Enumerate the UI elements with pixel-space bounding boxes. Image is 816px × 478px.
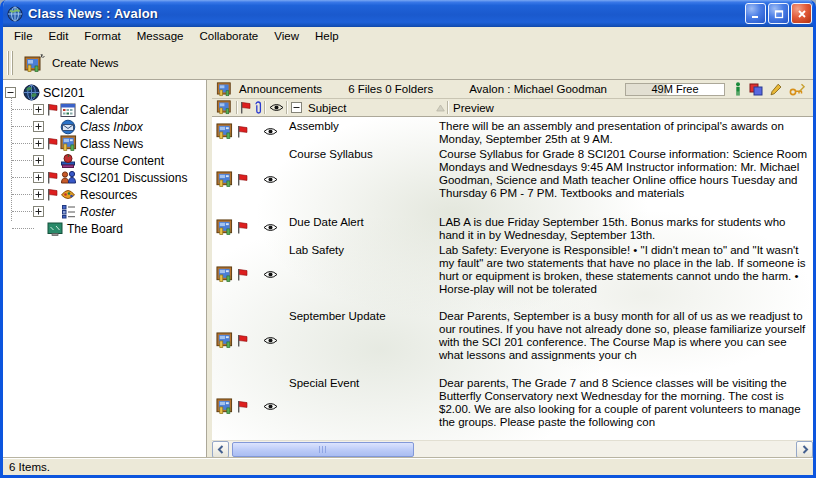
expand-expander-icon[interactable]: [33, 189, 44, 200]
tree-item-sci201[interactable]: SCI201: [3, 84, 206, 101]
layers-icon[interactable]: [749, 83, 763, 96]
message-preview: Dear parents, The Grade 7 and 8 Science …: [439, 374, 813, 438]
create-news-button[interactable]: Create News: [17, 49, 127, 77]
tree-item-label: SCI201 Discussions: [80, 171, 187, 185]
tree-item-the-board[interactable]: The Board: [3, 220, 206, 237]
resources-icon: [59, 187, 77, 202]
tree-item-label: Resources: [80, 188, 137, 202]
discussions-icon: [59, 170, 77, 186]
viewed-eye-icon: [263, 175, 278, 184]
books-icon: [59, 153, 77, 169]
flag-column-icon[interactable]: [238, 99, 251, 116]
message-subject: Due Date Alert: [289, 213, 439, 241]
window-title: Class News : Avalon: [28, 6, 745, 21]
item-type-column-icon[interactable]: [212, 99, 236, 116]
expand-expander-icon[interactable]: [33, 155, 44, 166]
message-row-lab-safety[interactable]: Lab SafetyLab Safety: Everyone is Respon…: [212, 241, 813, 307]
close-button[interactable]: [791, 3, 812, 24]
menu-bar: FileEditFormatMessageCollaborateViewHelp: [3, 27, 813, 46]
globe-icon: [22, 84, 40, 101]
column-header-row: Subject Preview: [212, 99, 813, 117]
attachment-column-icon[interactable]: [251, 99, 264, 116]
key-pencil-icon[interactable]: [789, 83, 806, 96]
message-preview: LAB A is due Friday September 15th. Bonu…: [439, 213, 813, 241]
expand-expander-icon[interactable]: [33, 138, 44, 149]
preview-column-header[interactable]: Preview: [449, 99, 813, 116]
tree-item-label: The Board: [67, 222, 123, 236]
tree-item-sci201-discussions[interactable]: SCI201 Discussions: [3, 169, 206, 186]
message-subject: Course Syllabus: [289, 145, 439, 213]
tree-item-label: Course Content: [80, 154, 164, 168]
create-news-label: Create News: [52, 57, 118, 69]
message-row-assembly[interactable]: AssemblyThere will be an assembly and pr…: [212, 117, 813, 145]
message-list: AssemblyThere will be an assembly and pr…: [212, 117, 813, 440]
unread-flag-icon: [46, 137, 58, 150]
pencil-icon[interactable]: [770, 83, 782, 96]
message-preview: There will be an assembly and presentati…: [439, 117, 813, 145]
subject-column-header[interactable]: Subject: [304, 99, 447, 116]
message-subject: Special Event: [289, 374, 439, 438]
message-row-due-date-alert[interactable]: Due Date AlertLAB A is due Friday Septem…: [212, 213, 813, 241]
title-bar[interactable]: Class News : Avalon: [0, 0, 816, 27]
sort-ascending-icon: [436, 104, 445, 112]
expand-expander-icon[interactable]: [33, 206, 44, 217]
tree-item-class-inbox[interactable]: Class Inbox: [3, 118, 206, 135]
tree-item-label: Class News: [80, 137, 143, 151]
user-icon[interactable]: [734, 82, 742, 96]
message-row-special-event[interactable]: Special EventDear parents, The Grade 7 a…: [212, 374, 813, 438]
status-text: 6 Items.: [9, 461, 50, 473]
conference-header: Announcements 6 Files 0 Folders Avalon :…: [212, 80, 813, 99]
menu-item-format[interactable]: Format: [76, 28, 128, 45]
app-window: Class News : Avalon FileEditFormatMessag…: [0, 0, 816, 478]
unread-flag-icon: [236, 221, 248, 234]
viewed-eye-icon: [263, 127, 278, 136]
expand-expander-icon[interactable]: [33, 104, 44, 115]
scroll-left-button[interactable]: [212, 441, 229, 458]
menu-item-message[interactable]: Message: [129, 28, 192, 45]
menu-item-file[interactable]: File: [6, 28, 41, 45]
roster-icon: [59, 204, 77, 219]
conference-title: Announcements: [239, 83, 322, 95]
viewed-eye-icon: [263, 223, 278, 232]
tree-item-course-content[interactable]: Course Content: [3, 152, 206, 169]
viewed-eye-icon: [263, 336, 278, 345]
horizontal-scrollbar[interactable]: [212, 440, 813, 457]
app-globe-icon: [7, 5, 25, 23]
viewed-eye-icon: [263, 402, 278, 411]
expand-expander-icon[interactable]: [33, 121, 44, 132]
free-space-label: 49M Free: [651, 83, 698, 95]
status-bar: 6 Items.: [3, 457, 813, 475]
files-folders-count: 6 Files 0 Folders: [348, 83, 433, 95]
collapse-all-box[interactable]: [288, 99, 304, 116]
bulletin-item-icon: [216, 332, 233, 349]
minimize-button[interactable]: [745, 3, 766, 24]
folder-tree: SCI201CalendarClass InboxClass NewsCours…: [3, 80, 207, 457]
menu-item-view[interactable]: View: [266, 28, 307, 45]
free-space-gauge: 49M Free: [625, 83, 725, 96]
menu-item-help[interactable]: Help: [307, 28, 347, 45]
tree-item-roster[interactable]: Roster: [3, 203, 206, 220]
menu-item-collaborate[interactable]: Collaborate: [191, 28, 266, 45]
server-user-label: Avalon : Michael Goodman: [469, 83, 607, 95]
expand-expander-icon[interactable]: [33, 172, 44, 183]
message-row-september-update[interactable]: September UpdateDear Parents, September …: [212, 307, 813, 374]
viewed-column-icon[interactable]: [266, 99, 286, 116]
create-news-icon: [24, 53, 46, 73]
unread-flag-icon: [46, 188, 58, 201]
scroll-right-button[interactable]: [796, 441, 813, 458]
tree-item-resources[interactable]: Resources: [3, 186, 206, 203]
news-icon: [59, 135, 77, 152]
maximize-button[interactable]: [768, 3, 789, 24]
tree-item-label: SCI201: [43, 86, 85, 100]
bulletin-item-icon: [216, 266, 233, 283]
tree-item-calendar[interactable]: Calendar: [3, 101, 206, 118]
message-row-course-syllabus[interactable]: Course SyllabusCourse Syllabus for Grade…: [212, 145, 813, 213]
unread-flag-icon: [46, 103, 58, 116]
message-subject: September Update: [289, 307, 439, 374]
unread-flag-icon: [236, 173, 248, 186]
bulletin-item-icon: [216, 171, 233, 188]
menu-item-edit[interactable]: Edit: [41, 28, 77, 45]
tree-item-class-news[interactable]: Class News: [3, 135, 206, 152]
toolbar-grip[interactable]: [7, 51, 13, 75]
scrollbar-thumb[interactable]: [232, 442, 414, 457]
